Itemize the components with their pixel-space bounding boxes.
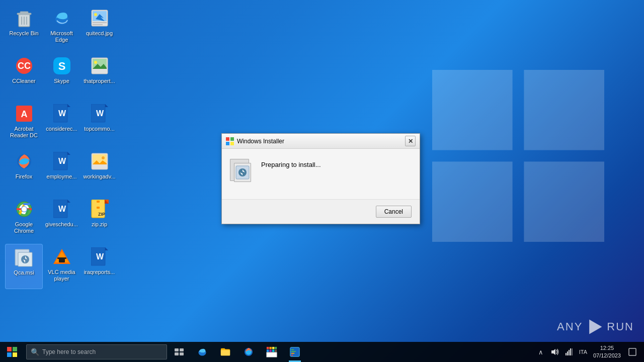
vlc-icon (52, 247, 72, 267)
desktop-icon-chrome[interactable]: Google Chrome (5, 196, 43, 241)
desktop-icon-considerec[interactable]: W considerec... (43, 101, 80, 146)
dialog-title-text: Windows Installer (237, 138, 284, 145)
giveschedu-label: giveschedu... (45, 221, 78, 228)
svg-text:ZIP: ZIP (98, 212, 105, 217)
desktop-icon-iraqreports[interactable]: W iraqreports... (80, 244, 118, 289)
svg-rect-98 (269, 349, 272, 352)
tray-language-button[interactable]: ITA (577, 344, 589, 359)
taskbar-taskmanager-button[interactable] (284, 342, 306, 362)
chrome-icon (14, 199, 34, 219)
desktop-icon-ccleaner[interactable]: CC CCleaner (5, 53, 43, 98)
taskbar-search-box[interactable]: 🔍 Type here to search (26, 344, 167, 359)
topcommo-icon: W (90, 104, 110, 124)
skype-label: Skype (54, 78, 69, 84)
desktop-icon-firefox[interactable]: Firefox (5, 148, 43, 194)
desktop-icon-topcommo[interactable]: W topcommo... (80, 101, 118, 146)
svg-text:W: W (58, 109, 66, 118)
taskbar-firefox-button[interactable] (237, 342, 260, 362)
svg-rect-2 (432, 161, 513, 242)
skype-icon: S (52, 56, 72, 76)
desktop-icon-recycle-bin[interactable]: Recycle Bin (5, 5, 43, 50)
desktop-icon-thatproperty[interactable]: thatpropert... (80, 53, 118, 98)
search-placeholder-text: Type here to search (42, 348, 96, 355)
search-icon: 🔍 (31, 348, 39, 356)
svg-rect-67 (59, 258, 65, 262)
desktop-icon-quitecd[interactable]: quitecd.jpg (80, 5, 118, 50)
svg-rect-88 (180, 352, 184, 355)
desktop-icon-edge[interactable]: Microsoft Edge (43, 5, 80, 50)
svg-rect-94 (269, 347, 272, 349)
tray-chevron-button[interactable]: ∧ (535, 344, 547, 359)
dialog-titlebar: Windows Installer ✕ (222, 134, 420, 149)
svg-point-14 (94, 13, 97, 16)
svg-rect-95 (272, 347, 275, 349)
tray-notification-button[interactable] (625, 344, 640, 359)
svg-rect-111 (570, 348, 571, 355)
dialog-message: Preparing to install... (261, 159, 412, 168)
desktop-icon-acrobat[interactable]: A Acrobat Reader DC (5, 101, 43, 146)
tray-clock[interactable]: 12:25 07/12/2023 (591, 344, 623, 360)
desktop-icon-zip[interactable]: ZIP zip.zip (80, 196, 118, 241)
svg-rect-105 (291, 353, 294, 354)
dialog-cancel-button[interactable]: Cancel (376, 206, 412, 218)
desktop-icon-workingadv[interactable]: workingadv... (80, 148, 118, 194)
taskbar-file-explorer-button[interactable] (214, 342, 236, 362)
anyrun-logo-icon (586, 318, 604, 336)
iraqreports-icon: W (90, 247, 110, 267)
language-label: ITA (579, 349, 587, 355)
quitecd-label: quitecd.jpg (86, 30, 113, 37)
svg-rect-100 (275, 349, 277, 352)
dialog-body: Preparing to install... (222, 149, 420, 199)
desktop-icon-vlc[interactable]: VLC media player (43, 244, 80, 289)
desktop-icon-qca-msi[interactable]: Qca.msi (5, 244, 43, 289)
desktop-icon-employme[interactable]: W employme... (43, 148, 80, 194)
taskbar: 🔍 Type here to search (0, 342, 644, 362)
thatproperty-icon (90, 56, 110, 76)
svg-rect-82 (13, 347, 17, 351)
firefox-icon (14, 151, 34, 171)
edge-icon (52, 8, 72, 28)
tray-volume-button[interactable] (549, 344, 561, 359)
svg-rect-74 (230, 137, 234, 141)
dialog-close-button[interactable]: ✕ (405, 136, 416, 146)
windows-start-icon (7, 347, 17, 357)
svg-rect-93 (267, 347, 269, 349)
svg-text:W: W (58, 205, 66, 213)
desktop-icon-giveschedu[interactable]: W giveschedu... (43, 196, 80, 241)
tray-network-button[interactable] (563, 344, 575, 359)
svg-rect-1 (524, 70, 604, 150)
svg-rect-15 (93, 22, 107, 23)
desktop-icon-grid: Recycle Bin Microsoft Edge quitecd.jpg C… (5, 5, 118, 289)
svg-rect-101 (267, 352, 277, 357)
zip-label: zip.zip (92, 221, 107, 228)
anyrun-text-run: RUN (607, 320, 634, 333)
start-button[interactable] (0, 342, 24, 362)
svg-rect-104 (291, 351, 296, 352)
clock-date: 07/12/2023 (593, 352, 621, 359)
task-view-button[interactable] (169, 342, 189, 362)
taskbar-firefox-icon (243, 346, 254, 357)
taskbar-colorpick-button[interactable] (261, 342, 283, 362)
windows-installer-dialog: Windows Installer ✕ Preparing to install… (221, 133, 420, 224)
svg-rect-96 (275, 347, 277, 349)
chevron-up-icon: ∧ (538, 348, 543, 356)
acrobat-icon: A (14, 104, 34, 124)
desktop-icon-skype[interactable]: S Skype (43, 53, 80, 98)
anyrun-watermark: ANY RUN (557, 318, 634, 336)
notification-icon (628, 348, 636, 356)
svg-rect-76 (230, 142, 234, 145)
svg-rect-106 (291, 355, 293, 356)
svg-rect-86 (180, 348, 184, 351)
employme-label: employme... (47, 173, 77, 180)
svg-marker-80 (590, 320, 602, 334)
taskbar-taskmanager-icon (289, 346, 300, 357)
svg-rect-73 (226, 137, 229, 141)
anyrun-text: ANY (557, 320, 583, 333)
taskbar-edge-button[interactable] (191, 342, 213, 362)
svg-rect-103 (291, 349, 294, 350)
svg-rect-99 (272, 349, 275, 352)
workingadv-icon (90, 151, 110, 171)
edge-label: Microsoft Edge (44, 30, 79, 43)
task-view-icon (175, 348, 184, 355)
svg-rect-87 (175, 352, 179, 355)
